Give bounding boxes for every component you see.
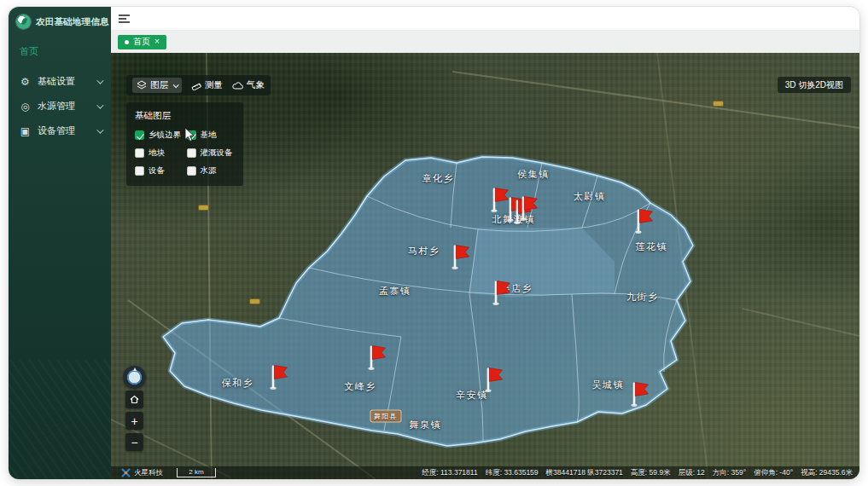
view-toggle-button[interactable]: 3D 切换2D视图 [778,77,851,93]
sidebar-item[interactable]: ◎ 水源管理 [9,94,111,119]
scale-bar: 2 km [177,468,216,477]
ruler-icon [191,80,201,90]
chevron-down-icon [96,126,103,133]
status-value: 纬度: 33.635159 [486,468,539,478]
sidebar-item[interactable]: ⚙ 基础设置 [9,69,111,94]
layer-option[interactable]: 水源 [187,165,236,176]
road-badge [713,101,724,107]
weather-button[interactable]: 气象 [232,79,265,91]
collapse-menu-icon[interactable] [119,14,131,24]
layer-option[interactable]: 乡镇边界 [135,130,184,141]
map-status-bar: 火星科技 2 km 经度: 113.371811纬度: 33.635159横38… [111,466,859,479]
status-value: 层级: 12 [679,468,705,478]
checkbox[interactable] [187,166,196,176]
base-flag-marker[interactable] [485,366,504,393]
base-flag-marker[interactable] [631,380,650,408]
town-label: 文峰乡 [344,379,376,392]
county-badge: 舞阳县 [370,409,401,422]
layer-panel: 基础图层 乡镇边界 基地 地块 灌溉设备 设备 水源 [126,102,243,186]
layer-option[interactable]: 基地 [187,130,236,141]
status-value: 高度: 59.9米 [631,468,671,478]
county-region [163,157,693,446]
status-value: 经度: 113.371811 [422,468,477,478]
layer-option[interactable]: 灌溉设备 [187,148,236,159]
sidebar-item-home[interactable]: 首页 [9,36,111,69]
town-label: 九街乡 [626,291,659,304]
active-dot-icon [125,40,129,44]
layer-option[interactable]: 地块 [135,148,184,159]
checkbox[interactable] [135,166,144,176]
town-label: 马村乡 [408,245,440,257]
close-icon[interactable]: × [154,38,160,46]
water-icon: ◎ [20,101,31,112]
base-flag-marker[interactable] [492,279,511,306]
sidebar-item[interactable]: ▣ 设备管理 [9,119,111,143]
road-badge [198,205,209,211]
app-title: 农田基础地理信息 [36,16,109,28]
mars3d-logo-icon [121,468,131,477]
compass-control[interactable] [123,366,146,389]
road-badge [249,298,260,304]
gear-icon: ⚙ [20,77,31,87]
tab-home[interactable]: 首页 × [118,35,166,49]
base-flag-marker[interactable] [635,207,654,234]
town-label: 吴城镇 [592,378,625,391]
layer-option[interactable]: 设备 [135,165,184,176]
base-flag-marker[interactable] [368,344,387,371]
device-icon: ▣ [20,126,31,136]
checkbox[interactable] [187,148,196,158]
measure-button[interactable]: 测量 [191,79,223,91]
app-window: 农田基础地理信息 首页 ⚙ 基础设置 ◎ 水源管理 ▣ 设备管理 首页 × [9,7,859,479]
layers-button[interactable]: 图层 [132,78,182,93]
town-label: 侯集镇 [517,167,550,180]
town-label: 保和乡 [221,376,253,389]
tab-label: 首页 [133,36,150,48]
sidebar: 农田基础地理信息 首页 ⚙ 基础设置 ◎ 水源管理 ▣ 设备管理 [9,7,111,479]
status-value: 方向: 359° [713,468,746,478]
map-toolbar: 图层 测量 气象 [126,75,271,95]
layer-panel-title: 基础图层 [135,110,235,122]
status-value: 视高: 29435.6米 [801,468,853,478]
base-flag-marker[interactable] [451,243,470,270]
attribution[interactable]: 火星科技 [134,468,163,478]
home-icon [130,395,139,404]
town-label: 舞泉镇 [410,418,442,431]
checkbox[interactable] [187,130,196,140]
town-label: 太尉镇 [574,189,606,202]
town-label: 孟寨镇 [379,285,411,298]
status-value: 俯仰角: -40° [754,468,793,478]
town-label: 莲花镇 [635,240,667,253]
topbar [111,7,859,31]
chevron-down-icon [96,101,103,108]
home-view-button[interactable] [125,391,143,408]
checkbox[interactable] [135,148,144,158]
status-value: 横38441718 纵3723371 [546,468,623,478]
base-flag-marker[interactable] [520,194,539,222]
zoom-out-button[interactable]: − [125,433,143,451]
chevron-down-icon [173,82,179,88]
app-logo-icon [16,14,31,29]
cloud-icon [232,81,243,90]
map-canvas[interactable]: 章化乡侯集镇太尉镇北舞渡镇马村乡莲花镇孟寨镇姜店乡九街乡保和乡文峰乡辛安镇吴城镇… [111,53,859,479]
checkbox[interactable] [135,130,144,140]
base-flag-marker[interactable] [270,363,288,391]
town-label: 章化乡 [422,171,454,184]
app-header: 农田基础地理信息 [9,7,111,36]
zoom-in-button[interactable]: + [125,412,143,430]
chevron-down-icon [96,77,103,84]
tab-bar: 首页 × [111,31,859,53]
town-label: 辛安镇 [456,388,488,401]
layers-icon [137,80,147,90]
